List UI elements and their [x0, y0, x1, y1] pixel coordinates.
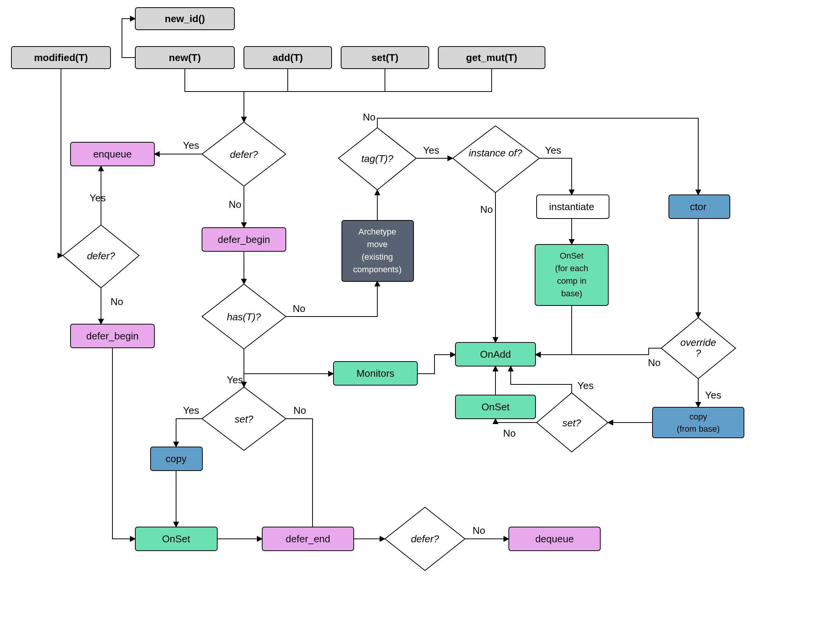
label-no-2: No — [229, 199, 241, 210]
label-no-5: No — [473, 525, 485, 536]
node-override-l1: override — [680, 337, 716, 348]
node-copybase-l2: (from base) — [677, 424, 720, 434]
node-copybase-l1: copy — [689, 412, 707, 421]
edge-setq-no — [286, 419, 313, 539]
label-yes-6: Yes — [545, 145, 561, 156]
edge-tag-no — [377, 118, 698, 195]
edge-override-no — [535, 348, 661, 355]
label-no-8: No — [503, 428, 516, 439]
edge-deferbeginL-to-onset — [112, 348, 135, 539]
node-archetype-l3: (existing — [362, 252, 393, 262]
node-enqueue-label: enqueue — [93, 148, 131, 160]
label-no-3: No — [293, 303, 305, 314]
label-no-1: No — [111, 296, 123, 307]
node-has-t-label: has(T)? — [227, 311, 261, 323]
label-yes-2: Yes — [183, 140, 199, 151]
label-yes-1: Yes — [90, 192, 106, 204]
node-get-mut-label: get_mut(T) — [466, 52, 517, 63]
node-onseteach-l3: comp in — [557, 276, 586, 286]
node-set-label: set(T) — [372, 52, 399, 63]
node-onset-small-label: OnSet — [481, 401, 510, 413]
edge-top-rail — [185, 69, 492, 92]
node-copy-label: copy — [166, 453, 187, 464]
node-archetype-l1: Archetype — [358, 227, 396, 236]
node-instantiate-label: instantiate — [549, 201, 595, 212]
label-yes-4: Yes — [183, 405, 199, 416]
node-ctor-label: ctor — [690, 201, 707, 212]
node-defer-begin-left-label: defer_begin — [86, 330, 138, 342]
node-dequeue-label: dequeue — [535, 533, 574, 545]
node-instance-of — [453, 126, 539, 193]
node-new-label: new(T) — [169, 52, 201, 63]
node-modified-label: modified(T) — [34, 52, 88, 63]
node-onset-bottom-label: OnSet — [162, 533, 190, 545]
edge-setq2-no — [495, 419, 537, 423]
label-yes-3: Yes — [227, 374, 243, 386]
node-onseteach-l4: base) — [561, 289, 582, 298]
edge-setq-yes — [176, 419, 202, 447]
node-add-label: add(T) — [273, 52, 303, 63]
label-yes-7: Yes — [577, 380, 593, 391]
edge-setq2-yes — [511, 366, 572, 393]
node-defer-left-label: defer? — [87, 250, 115, 262]
flowchart-diagram: new_id() modified(T) new(T) add(T) set(T… — [0, 0, 840, 630]
node-instance-of-l1: instance of? — [469, 147, 523, 159]
edge-onseteach-onadd — [535, 305, 572, 355]
node-monitors-label: Monitors — [356, 368, 394, 379]
node-archetype-l4: components) — [353, 265, 401, 274]
node-defer-end-label: defer_end — [285, 533, 330, 545]
node-new-id-label: new_id() — [165, 13, 205, 24]
label-yes-8: Yes — [705, 389, 721, 401]
node-tag-t-label: tag(T)? — [361, 153, 393, 164]
edge-monitors-onadd — [417, 355, 455, 374]
node-override-l2: ? — [696, 347, 701, 359]
label-no-7: No — [480, 204, 493, 215]
edge-new-to-newid — [122, 19, 135, 58]
node-onseteach-l1: OnSet — [560, 251, 584, 260]
node-onseteach-l2: (for each — [555, 264, 588, 273]
node-defer-bottom-label: defer? — [411, 533, 439, 545]
node-defer-center-label: defer? — [230, 149, 258, 160]
edge-modified-to-defer — [61, 69, 63, 256]
label-no-6: No — [363, 111, 375, 123]
node-set-q-label: set? — [234, 413, 253, 425]
label-yes-5: Yes — [423, 145, 439, 156]
node-archetype-l2: move — [367, 239, 388, 249]
node-onadd-label: OnAdd — [480, 349, 511, 360]
label-no-9: No — [648, 357, 660, 368]
label-no-4: No — [293, 405, 306, 416]
node-defer-begin-center-label: defer_begin — [218, 234, 270, 245]
edge-inst-yes — [539, 158, 572, 195]
node-set-q2-label: set? — [562, 417, 581, 429]
